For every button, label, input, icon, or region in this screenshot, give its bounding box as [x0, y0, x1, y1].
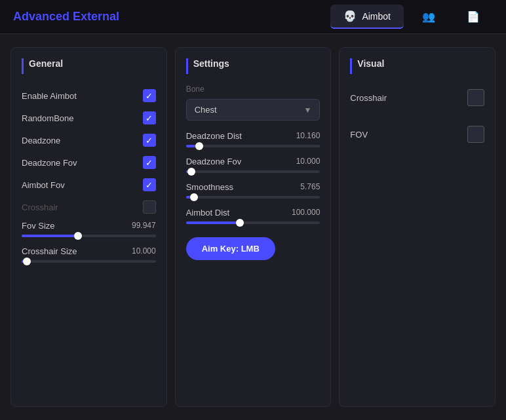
fov-size-slider-row: Fov Size 99.947: [22, 218, 156, 244]
aimbot-fov-checkbox[interactable]: [143, 178, 156, 191]
deadzone-dist-label: Deadzone Dist: [186, 131, 242, 141]
general-title: General: [22, 58, 156, 74]
top-bar: Advanced External 💀 Aimbot 👥 📄: [0, 0, 506, 34]
aimbot-dist-track[interactable]: [186, 221, 321, 224]
random-bone-row: RandomBone: [22, 107, 156, 129]
players-icon: 👥: [422, 10, 435, 23]
enable-aimbot-checkbox[interactable]: [143, 89, 156, 102]
crosshair-size-slider-row: Crosshair Size 10.000: [22, 244, 156, 269]
visual-fov-label: FOV: [350, 130, 368, 140]
random-bone-checkbox[interactable]: [143, 111, 156, 124]
crosshair-size-label: Crosshair Size: [22, 246, 77, 256]
deadzone-fov-thumb[interactable]: [187, 168, 195, 176]
aimbot-dist-label: Aimbot Dist: [186, 208, 229, 218]
visual-crosshair-checkbox[interactable]: [467, 89, 484, 106]
enable-aimbot-row: Enable Aimbot: [22, 85, 156, 107]
aimbot-dist-fill: [186, 221, 240, 224]
deadzone-dist-value: 10.160: [296, 131, 321, 141]
deadzone-fov-slider-label: Deadzone Fov: [186, 157, 242, 166]
visual-crosshair-label: Crosshair: [350, 93, 387, 103]
settings-panel: Settings Bone Chest ▼ Deadzone Dist 10.1…: [175, 47, 332, 407]
extra-icon: 📄: [467, 10, 480, 23]
aimbot-fov-row: Aimbot Fov: [22, 174, 156, 196]
general-panel: General Enable Aimbot RandomBone Deadzon…: [10, 47, 167, 407]
nav-tabs: 💀 Aimbot 👥 📄: [330, 5, 493, 29]
fov-size-label: Fov Size: [22, 221, 55, 231]
visual-title: Visual: [350, 58, 484, 74]
deadzone-label: Deadzone: [22, 136, 60, 145]
deadzone-row: Deadzone: [22, 129, 156, 151]
tab-players[interactable]: 👥: [409, 5, 448, 28]
crosshair-toggle-row: Crosshair: [22, 196, 156, 218]
tab-aimbot-label: Aimbot: [362, 11, 391, 22]
smoothness-slider-row: Smoothness 5.765: [186, 180, 321, 205]
smoothness-label: Smoothness: [186, 182, 233, 192]
deadzone-fov-label: Deadzone Fov: [22, 158, 77, 168]
app-title: Advanced External: [13, 10, 330, 24]
settings-title: Settings: [186, 58, 321, 74]
bone-section-label: Bone: [186, 85, 321, 94]
deadzone-fov-track[interactable]: [186, 170, 321, 173]
enable-aimbot-label: Enable Aimbot: [22, 91, 77, 101]
deadzone-fov-checkbox[interactable]: [143, 156, 156, 169]
deadzone-dist-slider-row: Deadzone Dist 10.160: [186, 128, 321, 154]
main-content: General Enable Aimbot RandomBone Deadzon…: [0, 34, 506, 420]
deadzone-fov-row: Deadzone Fov: [22, 151, 156, 174]
crosshair-size-value: 10.000: [132, 246, 156, 256]
deadzone-fov-slider-row: Deadzone Fov 10.000: [186, 154, 321, 180]
visual-fov-checkbox[interactable]: [467, 126, 484, 143]
fov-size-value: 99.947: [132, 221, 156, 231]
fov-size-thumb[interactable]: [74, 232, 82, 240]
crosshair-size-thumb[interactable]: [23, 258, 31, 265]
aimbot-icon: 💀: [343, 10, 357, 22]
crosshair-size-track[interactable]: [22, 260, 156, 263]
deadzone-fov-slider-value: 10.000: [296, 157, 321, 166]
random-bone-label: RandomBone: [22, 113, 74, 123]
bone-dropdown[interactable]: Chest ▼: [186, 99, 321, 121]
fov-size-fill: [22, 235, 78, 237]
aimbot-dist-thumb[interactable]: [236, 219, 244, 227]
aimbot-dist-value: 100.000: [292, 208, 320, 218]
bone-dropdown-arrow: ▼: [303, 105, 311, 115]
visual-panel: Visual Crosshair FOV: [339, 47, 496, 407]
tab-aimbot[interactable]: 💀 Aimbot: [330, 5, 404, 29]
deadzone-dist-track[interactable]: [186, 145, 321, 147]
bone-dropdown-value: Chest: [195, 105, 217, 115]
crosshair-toggle-label: Crosshair: [22, 202, 58, 212]
visual-crosshair-row: Crosshair: [350, 85, 484, 111]
visual-fov-row: FOV: [350, 121, 484, 147]
smoothness-value: 5.765: [300, 182, 320, 192]
deadzone-checkbox[interactable]: [143, 134, 156, 147]
smoothness-thumb[interactable]: [190, 193, 198, 201]
aimbot-fov-label: Aimbot Fov: [22, 180, 65, 190]
tab-extra[interactable]: 📄: [454, 5, 493, 28]
deadzone-dist-thumb[interactable]: [195, 142, 203, 150]
fov-size-track[interactable]: [22, 235, 156, 237]
aim-key-button[interactable]: Aim Key: LMB: [186, 237, 275, 260]
smoothness-track[interactable]: [186, 196, 321, 199]
aimbot-dist-slider-row: Aimbot Dist 100.000: [186, 205, 321, 231]
crosshair-toggle-checkbox[interactable]: [143, 200, 156, 214]
